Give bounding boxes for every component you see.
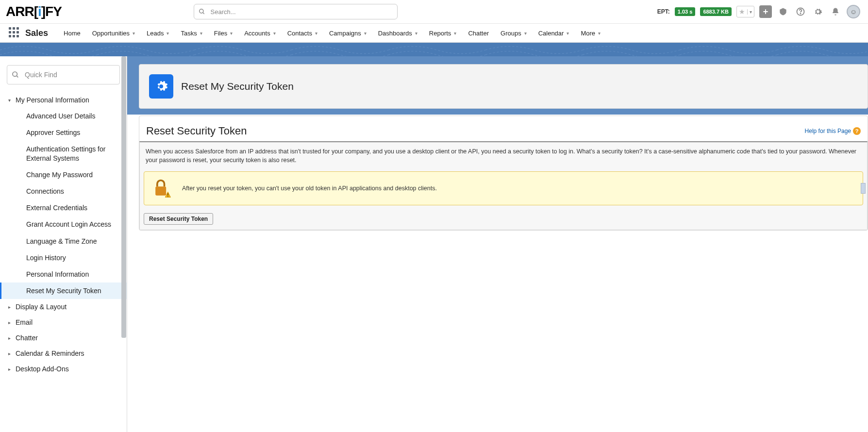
body-heading-row: Reset Security Token Help for this Page … <box>139 125 868 141</box>
org-logo: ARR[i]FY <box>4 4 62 19</box>
sidebar-scrollbar[interactable] <box>120 56 127 432</box>
tree-section-my-personal-information[interactable]: My Personal Information <box>0 92 127 108</box>
nav-campaigns[interactable]: Campaigns▾ <box>323 23 372 43</box>
tree-item-personal-information[interactable]: Personal Information <box>0 266 127 282</box>
warning-banner: After you reset your token, you can't us… <box>144 171 863 205</box>
tree-item-label: Change My Password <box>26 170 93 179</box>
chevron-down-icon[interactable]: ▾ <box>200 31 202 36</box>
nav-opportunities[interactable]: Opportunities▾ <box>86 23 141 43</box>
tree-item-language-time-zone[interactable]: Language & Time Zone <box>0 233 127 249</box>
info-panel: When you access Salesforce from an IP ad… <box>139 141 868 230</box>
nav-dashboards[interactable]: Dashboards▾ <box>372 23 423 43</box>
tree-section-calendar-reminders[interactable]: Calendar & Reminders <box>0 346 127 361</box>
caret-right-icon <box>7 351 12 356</box>
tree-section-label: Display & Layout <box>16 303 67 311</box>
salesforce-help-icon[interactable] <box>777 5 789 18</box>
help-for-this-page-link[interactable]: Help for this Page ? <box>805 127 861 135</box>
nav-leads[interactable]: Leads▾ <box>141 23 175 43</box>
tree-item-approver-settings[interactable]: Approver Settings <box>0 124 127 141</box>
nav-calendar[interactable]: Calendar▾ <box>533 23 575 43</box>
collapse-handle[interactable] <box>861 183 866 194</box>
chevron-down-icon[interactable]: ▾ <box>454 31 456 36</box>
nav-label: More <box>581 30 595 37</box>
page-header-card: Reset My Security Token <box>139 64 868 109</box>
tree-section-label: Calendar & Reminders <box>16 349 84 357</box>
user-avatar[interactable]: ☺ <box>847 5 860 18</box>
tree-item-connections[interactable]: Connections <box>0 183 127 199</box>
tree-section-chatter[interactable]: Chatter <box>0 330 127 346</box>
nav-label: Tasks <box>181 30 197 37</box>
primary-nav: Sales Home Opportunities▾ Leads▾ Tasks▾ … <box>0 23 868 43</box>
chevron-down-icon[interactable]: ▾ <box>598 31 601 36</box>
tree-item-label: Grant Account Login Access <box>26 220 111 229</box>
tree-item-label: Authentication Settings for External Sys… <box>26 145 122 162</box>
chevron-down-icon[interactable]: ▾ <box>567 31 569 36</box>
tree-section-desktop-add-ons[interactable]: Desktop Add-Ons <box>0 361 127 377</box>
tree-section-email[interactable]: Email <box>0 315 127 330</box>
gear-icon <box>149 74 173 99</box>
chevron-down-icon[interactable]: ▾ <box>315 31 317 36</box>
reset-security-token-button[interactable]: Reset Security Token <box>144 213 213 225</box>
svg-point-5 <box>800 13 801 14</box>
nav-accounts[interactable]: Accounts▾ <box>238 23 281 43</box>
search-icon <box>12 71 19 79</box>
content-area: Reset My Security Token Reset Security T… <box>127 56 868 432</box>
tree-item-grant-account-login-access[interactable]: Grant Account Login Access <box>0 216 127 233</box>
chevron-down-icon[interactable]: ▾ <box>167 31 169 36</box>
tree-item-reset-my-security-token[interactable]: Reset My Security Token <box>0 282 127 299</box>
chevron-down-icon[interactable]: ▾ <box>747 9 754 15</box>
favorites-control[interactable]: ★ ▾ <box>736 6 754 17</box>
chevron-down-icon[interactable]: ▾ <box>364 31 367 36</box>
scrollbar-thumb[interactable] <box>121 56 126 338</box>
tree-item-external-credentials[interactable]: External Credentials <box>0 199 127 216</box>
header-right: EPT: 1.03 s 6883.7 KB ★ ▾ ☺ <box>657 5 864 18</box>
main-layout: My Personal Information Advanced User De… <box>0 56 868 432</box>
plus-icon[interactable] <box>759 5 772 18</box>
help-link-label: Help for this Page <box>805 128 851 134</box>
help-question-icon: ? <box>853 127 861 135</box>
svg-rect-9 <box>167 193 168 196</box>
chevron-down-icon[interactable]: ▾ <box>230 31 233 36</box>
tree-item-login-history[interactable]: Login History <box>0 249 127 266</box>
quick-find-input[interactable] <box>7 65 120 84</box>
bell-icon[interactable] <box>829 5 842 18</box>
question-icon[interactable] <box>794 5 807 18</box>
nav-home[interactable]: Home <box>58 23 86 43</box>
nav-label: Leads <box>147 30 164 37</box>
search-icon <box>199 8 205 15</box>
tree-section-label: Chatter <box>16 334 38 342</box>
tree-item-authentication-settings[interactable]: Authentication Settings for External Sys… <box>0 141 127 166</box>
chevron-down-icon[interactable]: ▾ <box>524 31 527 36</box>
nav-label: Home <box>64 30 81 37</box>
tree-item-change-my-password[interactable]: Change My Password <box>0 166 127 183</box>
nav-more[interactable]: More▾ <box>575 23 606 43</box>
lock-warning-icon <box>151 178 172 199</box>
tree-item-label: Advanced User Details <box>26 112 95 120</box>
tree-item-advanced-user-details[interactable]: Advanced User Details <box>0 108 127 124</box>
nav-chatter[interactable]: Chatter <box>462 23 495 43</box>
svg-point-6 <box>13 72 17 76</box>
chevron-down-icon[interactable]: ▾ <box>273 31 276 36</box>
nav-label: Calendar <box>538 30 564 37</box>
star-icon[interactable]: ★ <box>737 8 747 16</box>
nav-label: Opportunities <box>92 30 130 37</box>
chevron-down-icon[interactable]: ▾ <box>133 31 135 36</box>
nav-groups[interactable]: Groups▾ <box>495 23 533 43</box>
warning-text: After you reset your token, you can't us… <box>182 185 437 192</box>
chevron-down-icon[interactable]: ▾ <box>415 31 417 36</box>
nav-reports[interactable]: Reports▾ <box>423 23 463 43</box>
tree-item-label: Login History <box>26 253 66 262</box>
settings-sidebar: My Personal Information Advanced User De… <box>0 56 127 432</box>
nav-label: Reports <box>429 30 451 37</box>
nav-contacts[interactable]: Contacts▾ <box>282 23 323 43</box>
global-search-input[interactable] <box>194 4 398 19</box>
tree-section-label: My Personal Information <box>16 96 89 104</box>
tree-section-display-layout[interactable]: Display & Layout <box>0 299 127 315</box>
gear-icon[interactable] <box>812 5 824 18</box>
quick-find-wrap <box>7 65 120 84</box>
nav-label: Groups <box>501 30 521 37</box>
app-launcher-icon[interactable] <box>9 27 20 39</box>
nav-tasks[interactable]: Tasks▾ <box>175 23 208 43</box>
nav-files[interactable]: Files▾ <box>208 23 238 43</box>
svg-line-7 <box>17 76 18 77</box>
